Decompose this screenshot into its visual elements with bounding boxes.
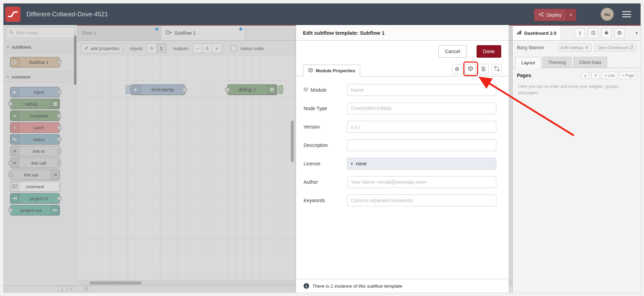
form-row-keywords: Keywords [304, 195, 496, 206]
instance-note: There is 1 instance of this subflow temp… [312, 283, 402, 289]
form-row-license: License ▾ none [304, 158, 496, 170]
tab-theming[interactable]: Theming [542, 57, 572, 68]
dialog-title: Edit subflow template: Subflow 1 [296, 25, 509, 41]
keywords-input[interactable] [347, 195, 496, 206]
license-value: none [356, 161, 367, 166]
nodered-app: Different-Collared-Dove-4521 Deploy ▾ su… [3, 3, 641, 293]
sidebar-tab-label: Dashboard 2.0 [524, 31, 556, 36]
info-button[interactable]: i [575, 28, 585, 38]
dashboard-subtabs: Layout Theming Client Data [513, 55, 641, 68]
dialog-actions: Cancel Done [296, 41, 509, 62]
license-label: License [304, 161, 347, 166]
deploy-main: Deploy [534, 12, 566, 18]
config-nodes-button[interactable]: ⚙ [614, 28, 625, 38]
open-dashboard-button[interactable]: Open Dashboard [594, 44, 636, 51]
edit-settings-button[interactable]: Edit Settings ⚙ [558, 43, 592, 52]
move-down-button[interactable]: ▼ [591, 72, 600, 79]
edit-settings-label: Edit Settings [561, 46, 584, 50]
module-label: Module [304, 87, 347, 93]
tab-client-data[interactable]: Client Data [573, 57, 607, 68]
annotation-highlight-box [463, 61, 478, 76]
open-dashboard-label: Open Dashboard [597, 46, 628, 50]
form-row-version: Version [304, 121, 496, 133]
tab-module-properties[interactable]: Module Properties [303, 65, 360, 76]
deploy-label: Deploy [546, 12, 562, 18]
description-input[interactable] [347, 139, 496, 151]
add-page-button[interactable]: + Page [619, 72, 637, 79]
author-label: Author [304, 179, 347, 185]
form-row-author: Author [304, 176, 496, 188]
project-title: Different-Collared-Dove-4521 [26, 3, 108, 25]
user-avatar[interactable]: su [601, 8, 614, 21]
dialog-tab-label: Module Properties [316, 68, 355, 73]
gear-icon: ⚙ [617, 30, 622, 36]
caret-down-icon: ▾ [570, 13, 572, 17]
cube-icon [304, 87, 308, 93]
bug-icon [604, 30, 609, 36]
debug-messages-button[interactable] [601, 28, 611, 38]
description-section-button[interactable] [478, 64, 489, 74]
move-up-button[interactable]: ▲ [581, 72, 589, 79]
caret-down-icon: ▾ [351, 162, 353, 166]
gear-icon: ⚙ [585, 45, 588, 50]
book-icon [591, 30, 596, 36]
main-menu-button[interactable] [622, 11, 631, 17]
form-row-node-type: Node Type [304, 102, 496, 114]
info-icon: i [304, 283, 309, 289]
document-icon [481, 66, 486, 72]
deploy-icon [538, 12, 544, 18]
module-input[interactable] [347, 84, 496, 96]
author-input[interactable] [347, 176, 496, 188]
deploy-button[interactable]: Deploy ▾ [534, 9, 576, 21]
tab-layout[interactable]: Layout [515, 57, 541, 68]
version-input[interactable] [347, 121, 496, 133]
deploy-options-button[interactable]: ▾ [566, 9, 576, 21]
gear-icon: ⚙ [455, 66, 459, 72]
pages-title: Pages [517, 73, 531, 78]
pages-header-row: Pages ▲ ▼ + Link + Page [513, 68, 641, 81]
dashboard-project-name: Borg Warner [517, 45, 544, 50]
node-type-label: Node Type [304, 106, 347, 111]
cube-icon [308, 68, 313, 74]
add-link-button[interactable]: + Link [602, 72, 618, 79]
header-bar: Different-Collared-Dove-4521 Deploy ▾ su [3, 3, 641, 25]
dialog-footer: i There is 1 instance of this subflow te… [296, 279, 509, 293]
form-row-description: Description [304, 139, 496, 151]
cancel-button[interactable]: Cancel [438, 45, 467, 58]
tab-dashboard-2[interactable]: Dashboard 2.0 [513, 26, 561, 40]
right-sidebar: Dashboard 2.0 i ⚙ ▾ Borg Warner Edit Set… [512, 25, 641, 293]
nodered-logo-icon [5, 7, 20, 22]
license-select[interactable]: ▾ none [347, 158, 496, 170]
version-label: Version [304, 124, 347, 130]
pages-hint-text: Here you can re-order and move your widg… [513, 81, 625, 98]
appearance-section-button[interactable] [492, 64, 502, 74]
external-link-icon [630, 46, 633, 50]
dashboard-header-row: Borg Warner Edit Settings ⚙ Open Dashboa… [513, 41, 641, 55]
sidebar-tabbar: Dashboard 2.0 i ⚙ ▾ [513, 25, 641, 41]
info-icon: i [579, 30, 580, 36]
docs-button[interactable] [588, 28, 598, 38]
keywords-label: Keywords [304, 198, 347, 203]
module-properties-form: Module Node Type Version Description Lic… [296, 76, 509, 206]
object-frame-icon [494, 66, 499, 72]
done-button[interactable]: Done [477, 45, 501, 58]
node-type-input[interactable] [347, 102, 496, 114]
form-row-module: Module [304, 84, 496, 96]
bar-chart-icon [517, 30, 522, 36]
sidebar-menu-caret-button[interactable]: ▾ [636, 31, 638, 35]
properties-section-button[interactable]: ⚙ [452, 64, 462, 74]
description-label: Description [304, 142, 347, 148]
